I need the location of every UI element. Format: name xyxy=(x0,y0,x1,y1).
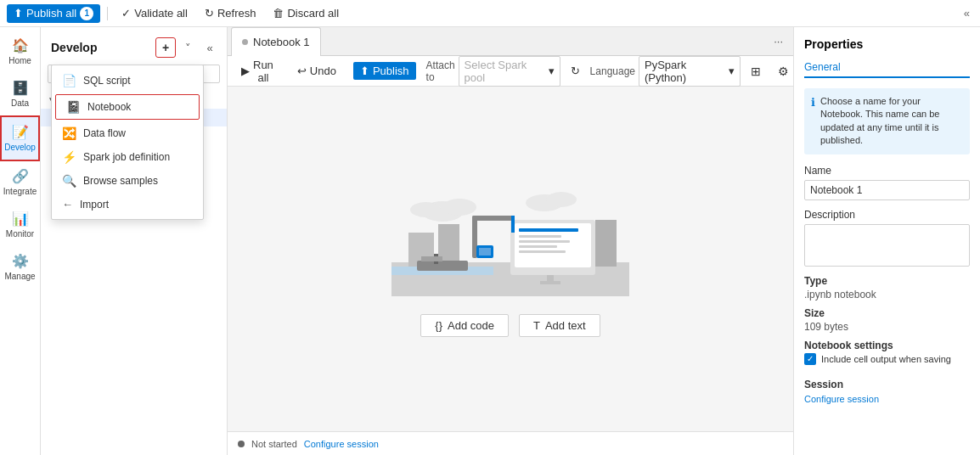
validate-all-label: Validate all xyxy=(134,7,188,20)
size-value: 109 bytes xyxy=(804,321,970,333)
trash-icon: 🗑 xyxy=(273,7,284,20)
validate-icon: ✓ xyxy=(121,7,131,20)
refresh-pool-button[interactable]: ↻ xyxy=(564,62,587,80)
checkmark-icon: ✓ xyxy=(807,354,814,363)
text-icon: T xyxy=(533,319,540,332)
content-area: Notebook 1 ··· ▶ Run all ↩ Undo ⬆ Publis… xyxy=(228,27,793,455)
configure-session-properties-link[interactable]: Configure session xyxy=(804,394,879,404)
include-output-row: ✓ Include cell output when saving xyxy=(804,353,970,365)
validate-all-button[interactable]: ✓ Validate all xyxy=(115,4,194,22)
attach-to-label: Attach to xyxy=(426,59,455,83)
language-label: Language xyxy=(590,65,635,77)
develop-icon: 📝 xyxy=(12,124,29,140)
publish-icon: ⬆ xyxy=(14,7,23,20)
tab-label: Notebook 1 xyxy=(253,36,310,48)
spark-pool-value: Select Spark pool xyxy=(465,59,545,84)
toolbar-icon-btn-2[interactable]: ⚙ xyxy=(771,62,793,81)
run-all-label: Run all xyxy=(253,59,273,84)
run-all-button[interactable]: ▶ Run all xyxy=(234,56,280,87)
size-row: Size 109 bytes xyxy=(804,307,970,333)
data-icon: 🗄️ xyxy=(12,80,29,96)
notebook-dropdown-label: Notebook xyxy=(87,101,131,113)
expand-button[interactable]: ˅ xyxy=(177,37,198,58)
svg-rect-26 xyxy=(417,261,468,271)
dropdown-import[interactable]: ← Import xyxy=(52,193,203,216)
refresh-pool-icon: ↻ xyxy=(571,65,580,77)
properties-general-tab[interactable]: General xyxy=(804,61,970,78)
spark-job-label: Spark job definition xyxy=(83,151,170,163)
dataflow-icon: 🔀 xyxy=(62,126,76,140)
nav-item-home[interactable]: 🏠 Home xyxy=(0,31,40,73)
language-chevron-icon: ▾ xyxy=(729,65,735,77)
divider xyxy=(107,7,108,20)
run-icon: ▶ xyxy=(241,65,250,77)
notebook-tab[interactable]: Notebook 1 xyxy=(231,27,321,56)
tab-bar: Notebook 1 ··· xyxy=(228,27,793,56)
top-bar: ⬆ Publish all 1 ✓ Validate all ↻ Refresh… xyxy=(0,0,980,27)
data-flow-label: Data flow xyxy=(83,127,126,139)
toolbar-icon-btn-1[interactable]: ⊞ xyxy=(744,62,768,81)
notebook-dropdown-icon: 📓 xyxy=(66,100,81,114)
nav-item-manage[interactable]: ⚙️ Manage xyxy=(0,246,40,289)
configure-session-link[interactable]: Configure session xyxy=(304,439,379,449)
sql-script-label: SQL script xyxy=(83,75,131,87)
spark-pool-select[interactable]: Select Spark pool ▾ xyxy=(459,56,560,87)
tab-dot xyxy=(242,39,248,45)
add-code-button[interactable]: {} Add code xyxy=(420,314,509,337)
import-label: Import xyxy=(80,199,109,211)
monitor-icon: 📊 xyxy=(12,211,29,227)
svg-point-5 xyxy=(546,192,577,207)
publish-all-button[interactable]: ⬆ Publish all 1 xyxy=(7,4,100,23)
nav-item-integrate[interactable]: 🔗 Integrate xyxy=(0,161,40,204)
nav-item-monitor[interactable]: 📊 Monitor xyxy=(0,204,40,246)
dropdown-notebook[interactable]: 📓 Notebook xyxy=(55,94,200,120)
include-output-label: Include cell output when saving xyxy=(821,354,951,364)
svg-rect-28 xyxy=(421,256,442,261)
add-code-label: Add code xyxy=(448,319,494,332)
language-select[interactable]: PySpark (Python) ▾ xyxy=(639,56,741,87)
svg-rect-17 xyxy=(519,250,566,253)
notebook-settings-label: Notebook settings xyxy=(804,340,970,351)
dropdown-data-flow[interactable]: 🔀 Data flow xyxy=(52,121,203,145)
refresh-button[interactable]: ↻ Refresh xyxy=(198,4,263,22)
spark-icon: ⚡ xyxy=(62,150,76,164)
dropdown-sql-script[interactable]: 📄 SQL script xyxy=(52,69,203,93)
sidebar-title: Develop xyxy=(51,41,97,54)
session-row: Session Configure session xyxy=(804,379,970,405)
add-text-button[interactable]: T Add text xyxy=(519,314,600,337)
svg-rect-24 xyxy=(479,248,491,256)
nav-label-data: Data xyxy=(11,98,29,109)
add-text-label: Add text xyxy=(545,319,586,332)
manage-icon: ⚙️ xyxy=(12,253,29,269)
tab-more-button[interactable]: ··· xyxy=(767,31,790,51)
nav-item-develop[interactable]: 📝 Develop xyxy=(0,115,40,161)
publish-badge: 1 xyxy=(80,7,93,20)
collapse-top-button[interactable]: « xyxy=(960,3,973,23)
status-dot xyxy=(238,441,245,447)
description-textarea[interactable] xyxy=(804,224,970,267)
name-label: Name xyxy=(804,165,970,177)
left-nav: 🏠 Home 🗄️ Data 📝 Develop 🔗 Integrate 📊 M… xyxy=(0,27,41,455)
info-text: Choose a name for your Notebook. This na… xyxy=(820,95,963,148)
svg-rect-22 xyxy=(511,216,515,233)
main-content: 🏠 Home 🗄️ Data 📝 Develop 🔗 Integrate 📊 M… xyxy=(0,27,980,455)
notebook-settings-row: Notebook settings ✓ Include cell output … xyxy=(804,340,970,372)
publish-button[interactable]: ⬆ Publish xyxy=(353,62,416,80)
language-value: PySpark (Python) xyxy=(645,59,722,84)
svg-rect-13 xyxy=(519,228,578,232)
nav-item-data[interactable]: 🗄️ Data xyxy=(0,73,40,115)
collapse-sidebar-button[interactable]: « xyxy=(200,37,220,58)
dropdown-spark-job[interactable]: ⚡ Spark job definition xyxy=(52,145,203,169)
publish-all-label: Publish all xyxy=(26,7,76,20)
undo-button[interactable]: ↩ Undo xyxy=(290,62,343,80)
add-resource-button[interactable]: + xyxy=(155,37,176,58)
discard-all-button[interactable]: 🗑 Discard all xyxy=(266,4,346,22)
sidebar-header: Develop + ˅ « xyxy=(41,27,227,61)
nav-label-manage: Manage xyxy=(4,272,35,282)
dropdown-browse-samples[interactable]: 🔍 Browse samples xyxy=(52,169,203,193)
properties-title: Properties xyxy=(804,37,970,51)
name-input[interactable] xyxy=(804,180,970,200)
properties-info-box: ℹ Choose a name for your Notebook. This … xyxy=(804,88,970,154)
svg-rect-15 xyxy=(519,240,570,243)
include-output-checkbox[interactable]: ✓ xyxy=(804,353,816,365)
